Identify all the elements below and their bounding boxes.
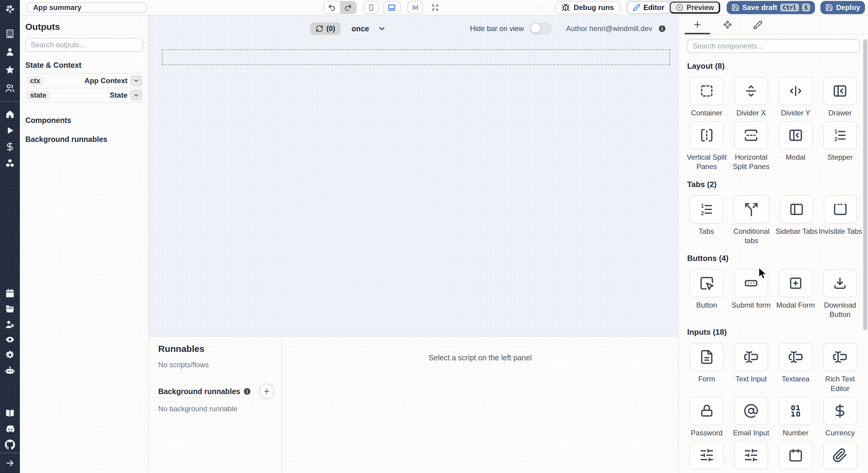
component-card-invisible-tabs[interactable]: Invisible Tabs: [824, 195, 857, 245]
refresh-count-button[interactable]: (0): [310, 22, 341, 35]
component-card-box[interactable]: [823, 77, 858, 105]
tab-theme[interactable]: [743, 16, 773, 34]
component-card-button[interactable]: Button: [689, 269, 724, 319]
component-card-vertical-split-panes[interactable]: Vertical Split Panes: [689, 121, 724, 171]
rail-item-discord[interactable]: [5, 421, 15, 437]
component-card-drawer[interactable]: Drawer: [823, 77, 858, 118]
mobile-view-button[interactable]: [364, 1, 379, 14]
component-card-box[interactable]: [824, 195, 857, 224]
component-card-tabs[interactable]: 12 Tabs: [689, 195, 723, 245]
windmill-logo-icon[interactable]: [4, 3, 16, 15]
more-menu-button[interactable]: [535, 2, 545, 13]
component-card-box[interactable]: [733, 195, 770, 224]
rail-item-dollar[interactable]: [5, 138, 15, 155]
rail-item-user-cog[interactable]: [5, 316, 15, 332]
component-card-box[interactable]: [734, 121, 769, 150]
info-icon[interactable]: [658, 25, 666, 33]
component-card-box[interactable]: [734, 343, 769, 371]
component-card-sidebar-tabs[interactable]: Sidebar Tabs: [780, 195, 813, 245]
preview-tab[interactable]: Preview: [670, 1, 720, 13]
component-card-box[interactable]: [689, 121, 724, 150]
desktop-view-button[interactable]: [383, 1, 401, 14]
component-card-box[interactable]: [823, 397, 858, 425]
expand-output-button[interactable]: [130, 75, 142, 86]
component-card-password[interactable]: Password: [689, 397, 724, 437]
add-background-runnable-button[interactable]: [259, 383, 275, 399]
center-canvas-button[interactable]: [407, 1, 423, 14]
rail-item-book[interactable]: [5, 406, 15, 421]
rail-item-users[interactable]: [5, 79, 15, 97]
component-card-range[interactable]: Range: [734, 441, 769, 473]
component-card-download-button[interactable]: Download Button: [823, 269, 858, 319]
component-card-box[interactable]: 12: [823, 121, 858, 150]
app-canvas[interactable]: (0) once Hide bar on view Author henri@w…: [149, 16, 678, 336]
component-card-file-input[interactable]: File Input: [823, 441, 858, 473]
component-card-horizontal-split-panes[interactable]: Horizontal Split Panes: [734, 121, 769, 171]
component-card-text-input[interactable]: Text Input: [734, 343, 769, 393]
search-components-input[interactable]: [687, 39, 860, 53]
component-card-rich-text-editor[interactable]: Rich Text Editor: [823, 343, 858, 393]
tab-insert-component[interactable]: [682, 16, 712, 34]
component-card-box[interactable]: [689, 77, 724, 105]
component-card-textarea[interactable]: Textarea: [778, 343, 813, 393]
rail-item-calendar[interactable]: [5, 286, 15, 301]
component-card-box[interactable]: [778, 77, 813, 105]
rail-item-play[interactable]: [5, 122, 15, 138]
component-card-divider-y[interactable]: Divider Y: [778, 77, 813, 118]
component-card-box[interactable]: [689, 441, 724, 469]
tab-component-settings[interactable]: [712, 16, 743, 34]
rail-item-building[interactable]: [5, 25, 15, 43]
component-card-conditional-tabs[interactable]: Conditional tabs: [733, 195, 770, 245]
component-card-box[interactable]: [734, 397, 769, 425]
component-card-box[interactable]: [823, 269, 858, 297]
component-card-container[interactable]: Container: [689, 77, 724, 118]
editor-tab[interactable]: Editor: [627, 1, 670, 13]
component-card-box[interactable]: [734, 441, 769, 469]
components-scrollbar[interactable]: [863, 39, 867, 330]
rail-item-bot[interactable]: [5, 362, 15, 378]
component-card-box[interactable]: [778, 269, 813, 297]
component-card-box[interactable]: [778, 397, 813, 425]
component-card-box[interactable]: [689, 343, 724, 371]
component-card-box[interactable]: [778, 121, 813, 150]
component-card-stepper[interactable]: 12 Stepper: [823, 121, 858, 171]
search-outputs-input[interactable]: [25, 38, 143, 52]
component-card-box[interactable]: [689, 397, 724, 425]
rail-item-eye[interactable]: [5, 332, 15, 347]
component-card-box[interactable]: [780, 195, 813, 224]
deploy-button[interactable]: Deploy: [820, 1, 865, 14]
collapse-rail-button[interactable]: [0, 452, 20, 473]
app-summary-input[interactable]: [27, 2, 147, 13]
undo-button[interactable]: [324, 1, 340, 13]
component-card-divider-x[interactable]: Divider X: [734, 77, 769, 118]
empty-grid-placeholder[interactable]: [162, 50, 670, 65]
fullscreen-button[interactable]: [428, 1, 442, 14]
rail-item-user[interactable]: [5, 43, 15, 61]
refresh-interval-dropdown[interactable]: once: [348, 24, 390, 34]
hide-bar-toggle[interactable]: [530, 23, 552, 34]
component-card-box[interactable]: [823, 441, 858, 469]
component-card-box[interactable]: [778, 343, 813, 371]
redo-button[interactable]: [340, 1, 356, 13]
component-card-submit-form[interactable]: Submit form: [734, 269, 769, 319]
component-card-date[interactable]: Date: [778, 441, 813, 473]
rail-item-github[interactable]: [5, 437, 15, 452]
rail-item-star[interactable]: [5, 61, 15, 79]
component-card-currency[interactable]: Currency: [823, 397, 858, 437]
component-card-box[interactable]: [778, 441, 813, 469]
component-card-modal-form[interactable]: Modal Form: [778, 269, 813, 319]
expand-output-button[interactable]: [130, 90, 142, 100]
background-info-icon[interactable]: [243, 387, 251, 395]
component-card-box[interactable]: [734, 77, 769, 105]
component-card-box[interactable]: [823, 343, 858, 371]
component-card-box[interactable]: [689, 269, 724, 297]
save-draft-button[interactable]: Save draft Ctrl S: [727, 1, 815, 14]
component-card-email-input[interactable]: Email Input: [734, 397, 769, 437]
rail-item-folder[interactable]: [5, 301, 15, 316]
component-card-form[interactable]: Form: [689, 343, 724, 393]
debug-runs-button[interactable]: Debug runs: [555, 1, 620, 14]
component-card-slider[interactable]: Slider: [689, 441, 724, 473]
component-card-modal[interactable]: Modal: [778, 121, 813, 171]
rail-item-boxes[interactable]: [5, 155, 15, 171]
component-card-number[interactable]: Number: [778, 397, 813, 437]
